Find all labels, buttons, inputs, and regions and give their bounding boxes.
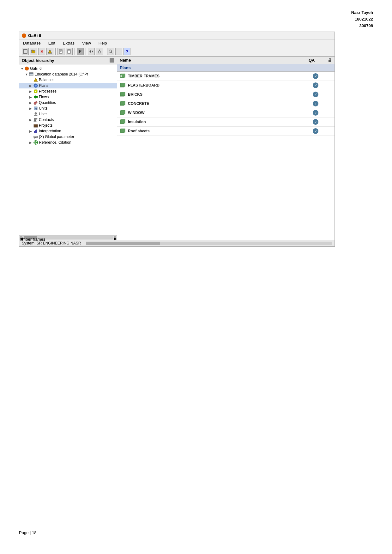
svg-rect-2 xyxy=(32,50,33,51)
expand-interpretation[interactable]: ▶ xyxy=(29,129,33,133)
tree-item-global[interactable]: ▶ (X) (X) Global parameter xyxy=(19,134,117,140)
toolbar-sep-4 xyxy=(105,48,105,55)
expand-contacts[interactable]: ▶ xyxy=(29,118,33,122)
toolbar-delete[interactable]: ✕ xyxy=(38,48,45,55)
status-text: System: SR ENGINEERING NASR xyxy=(22,241,81,245)
interpretation-icon xyxy=(33,129,38,133)
table-row[interactable]: ⊞ TIMBER FRAMES ✓ xyxy=(117,72,335,81)
table-row[interactable]: Roof sheets ✓ xyxy=(117,127,335,136)
table-row[interactable]: PLASTERBOARD ✓ xyxy=(117,81,335,90)
tree-item-balances[interactable]: ▶ Balances xyxy=(19,77,117,83)
expand-processes[interactable]: ▶ xyxy=(29,90,33,93)
menu-extras[interactable]: Extras xyxy=(62,40,76,46)
window-title: GaBi 6 xyxy=(28,33,41,38)
svg-point-13 xyxy=(109,50,112,52)
plan-qa-bricks: ✓ xyxy=(306,92,325,97)
expand-user[interactable]: ▶ xyxy=(29,112,33,116)
svg-point-21 xyxy=(35,85,37,87)
tree-item-gabi6[interactable]: ▼ GaBi 6 xyxy=(19,66,117,71)
scroll-right[interactable]: ▶ xyxy=(114,236,116,239)
panel-header: Object hierarchy xyxy=(19,57,117,64)
toolbar-triangle[interactable] xyxy=(96,48,103,55)
svg-text:⊞: ⊞ xyxy=(120,75,122,77)
tree-item-projects[interactable]: ▶ Projects xyxy=(19,123,117,128)
user-info: Nasr Tayeh 18021022 300798 xyxy=(351,9,373,29)
main-content: Object hierarchy ▼ GaBi 6 ▼ xyxy=(19,57,335,240)
tree-item-user[interactable]: ▶ User xyxy=(19,111,117,117)
plan-qa-plasterboard: ✓ xyxy=(306,82,325,88)
progress-bar xyxy=(86,242,332,245)
tree-item-flows[interactable]: ▶ Flows xyxy=(19,94,117,100)
expand-units[interactable]: ▶ xyxy=(29,107,33,110)
toolbar-minus[interactable]: — xyxy=(115,48,122,55)
tree-item-db[interactable]: ▼ Education database 2014 [C:\Pr xyxy=(19,71,117,77)
plan-qa-window: ✓ xyxy=(306,110,325,116)
menu-edit[interactable]: Edit xyxy=(47,40,57,46)
expand-plans[interactable]: ▶ xyxy=(29,84,33,87)
tree-item-plans[interactable]: ▶ Plans xyxy=(19,83,117,88)
tree-item-quantities[interactable]: ▶ Quantities xyxy=(19,100,117,105)
qa-check-icon: ✓ xyxy=(313,128,318,134)
tree-item-processes[interactable]: ▶ Processes xyxy=(19,88,117,94)
lock-icon xyxy=(328,58,332,63)
tree-item-units[interactable]: ▶ m Units xyxy=(19,105,117,111)
global-icon: (X) xyxy=(33,135,38,139)
svg-marker-12 xyxy=(98,50,101,53)
tree-label-flows: Flows xyxy=(39,95,49,99)
toolbar-search[interactable] xyxy=(107,48,114,55)
panel-collapse-icon[interactable] xyxy=(109,58,114,63)
menu-help[interactable]: Help xyxy=(97,40,108,46)
qa-check-icon: ✓ xyxy=(313,92,318,97)
expand-balances[interactable]: ▶ xyxy=(29,78,33,82)
table-row[interactable]: CONCRETE ✓ xyxy=(117,99,335,108)
expand-flows[interactable]: ▶ xyxy=(29,95,33,99)
menu-view[interactable]: View xyxy=(81,40,92,46)
svg-text:m: m xyxy=(35,107,37,110)
tree-label-db: Education database 2014 [C:\Pr xyxy=(34,72,88,76)
svg-rect-54 xyxy=(121,110,125,114)
contacts-icon xyxy=(33,117,38,122)
app-icon xyxy=(22,33,26,38)
flows-icon xyxy=(33,95,38,99)
expand-db[interactable]: ▼ xyxy=(25,73,28,76)
toolbar-arrows[interactable] xyxy=(88,48,95,55)
toolbar-doc1[interactable] xyxy=(57,48,64,55)
plan-qa-timber: ✓ xyxy=(306,73,325,79)
toolbar-p[interactable]: P xyxy=(77,48,84,55)
svg-text:(X): (X) xyxy=(34,136,38,139)
tree-label-reference: Reference, Citation xyxy=(39,140,71,145)
svg-point-30 xyxy=(34,118,36,120)
tree-label-processes: Processes xyxy=(39,89,57,93)
panel-title: Object hierarchy xyxy=(22,58,54,63)
svg-rect-50 xyxy=(121,92,125,96)
table-row[interactable]: BRICKS ✓ xyxy=(117,90,335,99)
svg-rect-56 xyxy=(121,119,125,123)
svg-point-26 xyxy=(35,101,37,103)
menu-database[interactable]: Database xyxy=(22,40,42,46)
toolbar-doc2[interactable] xyxy=(66,48,73,55)
svg-rect-34 xyxy=(34,131,35,133)
svg-rect-0 xyxy=(23,50,27,53)
toolbar-something[interactable] xyxy=(46,48,53,55)
plan-icon-window xyxy=(120,110,126,115)
toolbar-open[interactable] xyxy=(30,48,37,55)
expand-reference[interactable]: ▶ xyxy=(29,141,33,144)
expand-quantities[interactable]: ▶ xyxy=(29,101,33,105)
tree-item-interpretation[interactable]: ▶ Interpretation xyxy=(19,128,117,134)
page-number: Page | 18 xyxy=(19,530,36,535)
svg-rect-36 xyxy=(36,129,37,133)
tree-item-contacts[interactable]: ▶ Contacts xyxy=(19,117,117,123)
toolbar-new[interactable] xyxy=(22,48,29,55)
qa-check-icon: ✓ xyxy=(313,82,318,88)
table-row[interactable]: WINDOW ✓ xyxy=(117,108,335,117)
progress-fill xyxy=(86,242,160,245)
expand-global[interactable]: ▶ xyxy=(29,135,33,139)
expand-projects[interactable]: ▶ xyxy=(29,124,33,127)
plan-name-plasterboard: PLASTERBOARD xyxy=(117,83,306,88)
projects-icon xyxy=(33,123,38,128)
tree-item-reference[interactable]: ▶ Reference, Citation xyxy=(19,140,117,145)
table-row[interactable]: Insulation ✓ xyxy=(117,117,335,127)
expand-gabi6[interactable]: ▼ xyxy=(21,67,24,70)
svg-rect-9 xyxy=(68,50,70,51)
toolbar-help[interactable]: ? xyxy=(124,48,130,55)
